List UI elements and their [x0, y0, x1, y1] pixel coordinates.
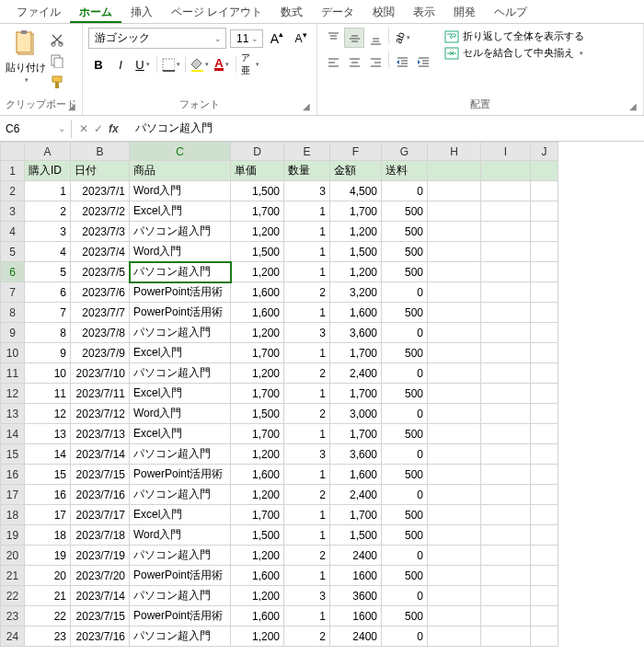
tab-ホーム[interactable]: ホーム: [70, 0, 121, 23]
align-middle-icon[interactable]: [344, 28, 364, 48]
cell[interactable]: 18: [25, 525, 71, 546]
cell[interactable]: 3,200: [330, 282, 382, 303]
cell[interactable]: 1: [284, 424, 330, 444]
cell[interactable]: パソコン超入門: [130, 586, 231, 606]
font-launcher-icon[interactable]: ◢: [303, 101, 314, 112]
cell[interactable]: 送料: [382, 161, 428, 181]
cell[interactable]: 2: [284, 626, 330, 647]
fill-color-button[interactable]: ▾: [190, 54, 210, 75]
column-header[interactable]: I: [481, 143, 531, 161]
cell[interactable]: 500: [382, 201, 428, 222]
cell[interactable]: 数量: [284, 161, 330, 181]
cell[interactable]: 2023/7/12: [71, 404, 130, 424]
cell[interactable]: 1,700: [231, 505, 284, 525]
cell[interactable]: 10: [25, 363, 71, 384]
cell[interactable]: 2023/7/6: [71, 282, 130, 303]
row-header[interactable]: 21: [1, 566, 25, 586]
cell[interactable]: 1: [284, 505, 330, 525]
cell[interactable]: 0: [382, 586, 428, 606]
cell[interactable]: [481, 505, 531, 525]
cell[interactable]: パソコン超入門: [130, 363, 231, 384]
cell[interactable]: 1,500: [231, 242, 284, 262]
column-header[interactable]: B: [71, 143, 130, 161]
cell[interactable]: [531, 465, 558, 485]
align-right-icon[interactable]: [365, 52, 385, 72]
cell[interactable]: 3600: [330, 586, 382, 606]
cell[interactable]: 1: [25, 181, 71, 201]
cell[interactable]: [531, 404, 558, 424]
cell[interactable]: [481, 606, 531, 626]
cell[interactable]: 2023/7/2: [71, 201, 130, 222]
increase-font-icon[interactable]: A▴: [267, 29, 287, 49]
cell[interactable]: 1,700: [330, 424, 382, 444]
cell[interactable]: [481, 201, 531, 222]
cell[interactable]: 3: [25, 222, 71, 242]
cell[interactable]: 1: [284, 343, 330, 363]
cell[interactable]: Excel入門: [130, 343, 231, 363]
align-bottom-icon[interactable]: [365, 28, 385, 48]
cell[interactable]: 2400: [330, 626, 382, 647]
cell[interactable]: PowerPoint活用術: [130, 606, 231, 626]
cell[interactable]: [531, 282, 558, 303]
column-header[interactable]: G: [382, 143, 428, 161]
enter-formula-icon[interactable]: ✓: [94, 122, 103, 135]
cell[interactable]: [428, 424, 481, 444]
underline-button[interactable]: U▾: [132, 54, 153, 75]
cell[interactable]: 0: [382, 546, 428, 566]
font-color-button[interactable]: A▾: [212, 54, 232, 75]
cell[interactable]: 1,700: [231, 343, 284, 363]
cell[interactable]: 20: [25, 566, 71, 586]
row-header[interactable]: 8: [1, 303, 25, 323]
cell[interactable]: [428, 363, 481, 384]
cell[interactable]: 1,700: [231, 384, 284, 404]
orientation-icon[interactable]: ab▾: [392, 28, 412, 48]
cell[interactable]: 3,000: [330, 404, 382, 424]
cell[interactable]: 2: [284, 282, 330, 303]
cell[interactable]: 2023/7/14: [71, 586, 130, 606]
indent-increase-icon[interactable]: [413, 52, 433, 72]
cell[interactable]: 2023/7/10: [71, 363, 130, 384]
cell[interactable]: [428, 465, 481, 485]
tab-表示[interactable]: 表示: [404, 0, 444, 23]
cell[interactable]: 1,700: [330, 505, 382, 525]
cell[interactable]: [481, 303, 531, 323]
cell[interactable]: 2023/7/14: [71, 444, 130, 465]
cell[interactable]: [481, 485, 531, 505]
cell[interactable]: 2400: [330, 546, 382, 566]
cell[interactable]: 商品: [130, 161, 231, 181]
cell[interactable]: 1,500: [231, 525, 284, 546]
align-top-icon[interactable]: [323, 28, 343, 48]
row-header[interactable]: 24: [1, 626, 25, 647]
cell[interactable]: 19: [25, 546, 71, 566]
cell[interactable]: 3: [284, 323, 330, 343]
bold-button[interactable]: B: [88, 54, 109, 75]
tab-データ[interactable]: データ: [312, 0, 363, 23]
cell[interactable]: [481, 181, 531, 201]
cell[interactable]: 1,200: [231, 626, 284, 647]
cell[interactable]: Excel入門: [130, 424, 231, 444]
cell[interactable]: [481, 222, 531, 242]
cell[interactable]: 16: [25, 485, 71, 505]
row-header[interactable]: 1: [1, 161, 25, 181]
cell[interactable]: 4: [25, 242, 71, 262]
indent-decrease-icon[interactable]: [392, 52, 412, 72]
cell[interactable]: 1,200: [231, 363, 284, 384]
border-button[interactable]: ▾: [161, 54, 181, 75]
column-header[interactable]: H: [428, 143, 481, 161]
clipboard-launcher-icon[interactable]: ◢: [68, 101, 79, 112]
cell[interactable]: 1: [284, 465, 330, 485]
row-header[interactable]: 23: [1, 606, 25, 626]
cell[interactable]: 1,200: [231, 485, 284, 505]
cell[interactable]: 1,500: [231, 404, 284, 424]
cell[interactable]: 500: [382, 242, 428, 262]
cell[interactable]: 1,600: [330, 465, 382, 485]
cell[interactable]: 5: [25, 262, 71, 282]
row-header[interactable]: 15: [1, 444, 25, 465]
cell[interactable]: 0: [382, 323, 428, 343]
cell[interactable]: Excel入門: [130, 384, 231, 404]
decrease-font-icon[interactable]: A▾: [291, 29, 311, 49]
cell[interactable]: 4,500: [330, 181, 382, 201]
cell[interactable]: [481, 262, 531, 282]
cell[interactable]: パソコン超入門: [130, 485, 231, 505]
column-header[interactable]: J: [531, 143, 558, 161]
